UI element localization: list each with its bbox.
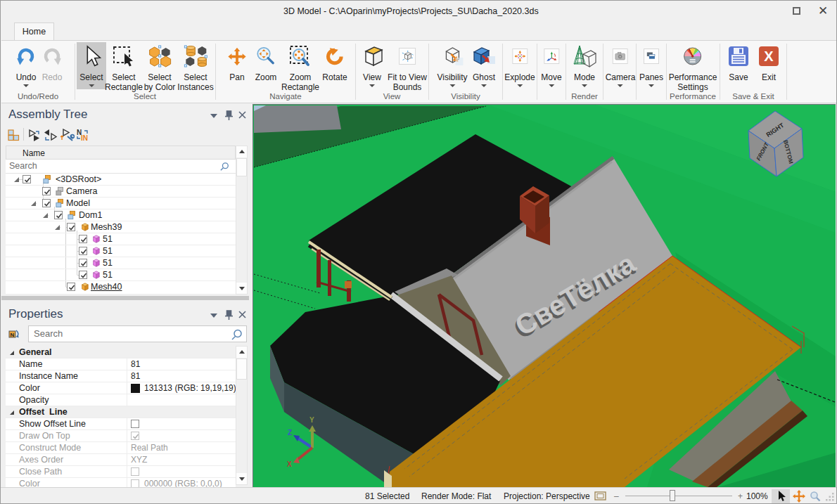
svg-text:N: N — [11, 332, 15, 338]
svg-text:X: X — [764, 49, 774, 64]
svg-text:Z: Z — [288, 429, 292, 437]
svg-text:IN: IN — [81, 134, 88, 141]
svg-text:Y: Y — [309, 416, 314, 424]
svg-text:X: X — [287, 460, 292, 468]
